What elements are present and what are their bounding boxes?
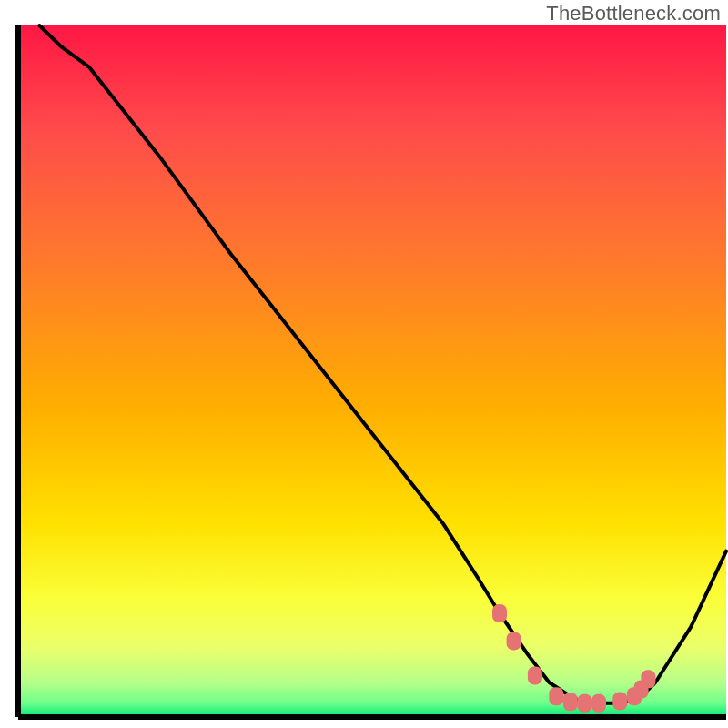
highlight-dot xyxy=(507,632,521,650)
bottleneck-chart xyxy=(0,0,728,728)
chart-container: TheBottleneck.com xyxy=(0,0,728,728)
highlight-dot xyxy=(577,694,592,713)
plot-area xyxy=(18,25,726,717)
highlight-dot xyxy=(612,693,627,711)
highlight-dot xyxy=(528,666,542,684)
highlight-dot xyxy=(563,693,578,711)
highlight-dot xyxy=(641,670,655,688)
highlight-dot xyxy=(592,694,606,713)
highlight-dot xyxy=(549,687,563,705)
gradient-background xyxy=(18,25,726,717)
highlight-dot xyxy=(492,604,507,622)
